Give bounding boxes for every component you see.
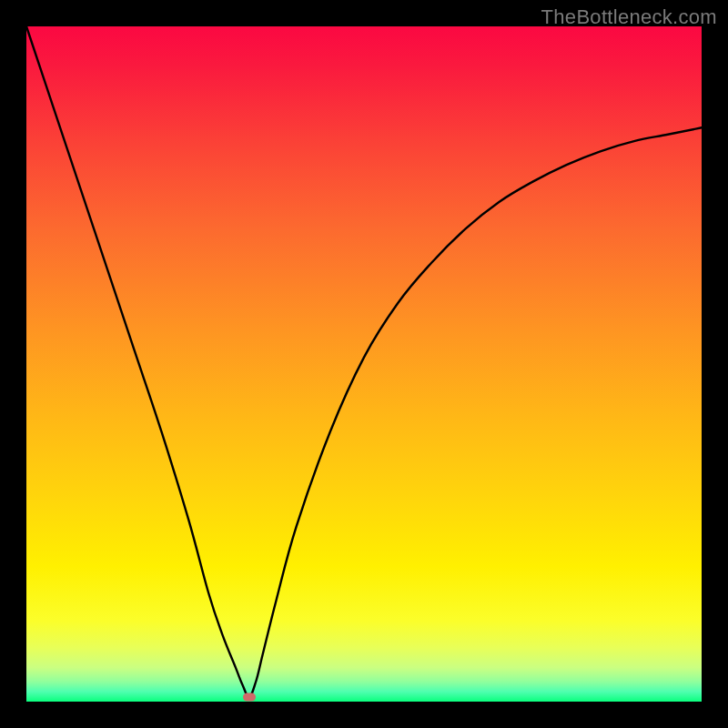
minimum-marker xyxy=(243,693,256,701)
chart-frame: TheBottleneck.com xyxy=(0,0,728,728)
plot-area xyxy=(26,26,702,702)
bottleneck-curve xyxy=(26,26,702,697)
curve-svg xyxy=(26,26,702,702)
